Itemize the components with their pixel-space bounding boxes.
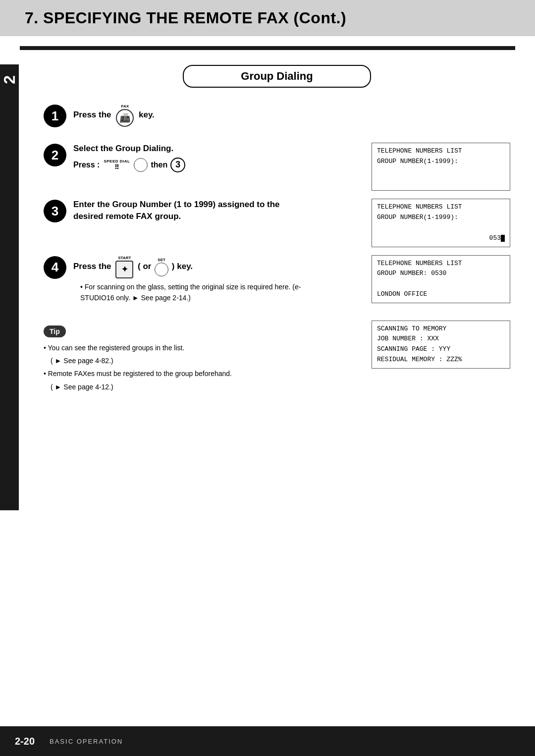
display-1-wrapper: TELEPHONE NUMBERS LIST GROUP NUMBER(1-19… (372, 143, 510, 191)
display-4-line-2: JOB NUMBER : XXX (377, 334, 505, 344)
step-2-text: Select the Group Dialing. Press : SPEED … (73, 143, 316, 172)
set-key-icon (155, 263, 168, 276)
display-2-line-1: TELEPHONE NUMBERS LIST (377, 202, 505, 213)
step-4-key: ) key. (172, 262, 193, 271)
step-3-content: 3 Enter the Group Number (1 to 1999) ass… (44, 199, 357, 225)
lcd-display-1: TELEPHONE NUMBERS LIST GROUP NUMBER(1-19… (372, 143, 510, 191)
step-4-row: 4 Press the START ✦ ( or SET (44, 255, 510, 309)
tip-badge: Tip (44, 325, 66, 337)
step-2-left: 2 Select the Group Dialing. Press : SPEE… (44, 143, 362, 177)
footer-page-number: 2-20 (10, 734, 40, 749)
step-2-press-row: Press : SPEED DIAL ⠿ then 3 (73, 158, 316, 172)
number-3-circle: 3 (170, 158, 185, 172)
display-4-line-1: SCANNING TO MEMORY (377, 324, 505, 334)
tip-left: Tip • You can see the registered groups … (44, 321, 362, 395)
divider-line (20, 46, 515, 50)
display-4-line-4: RESIDUAL MEMORY : ZZZ% (377, 355, 505, 365)
tip-ref-2: ( ► See page 4-12.) (51, 381, 357, 392)
step-4-number: 4 (44, 256, 66, 279)
step-3-row: 3 Enter the Group Number (1 to 1999) ass… (44, 199, 510, 247)
step-4-text: Press the START ✦ ( or SET ) key. (73, 255, 316, 304)
step-1-row: 1 Press the FAX 📠 key. (44, 104, 510, 135)
step-4-content: 4 Press the START ✦ ( or SET (44, 255, 357, 304)
step-4-press: Press the (73, 262, 113, 271)
display-1-line-4 (377, 177, 505, 188)
start-key-wrap: START ✦ (114, 255, 134, 278)
tip-ref-1: ( ► See page 4-82.) (51, 355, 357, 366)
step-2-main: Select the Group Dialing. (73, 143, 316, 155)
tip-box: Tip (44, 325, 357, 337)
group-dialing-box: Group Dialing (183, 65, 371, 88)
display-1-line-1: TELEPHONE NUMBERS LIST (377, 146, 505, 157)
display-2-line-2: GROUP NUMBER(1-1999): (377, 213, 505, 223)
step-3-text: Enter the Group Number (1 to 1999) assig… (73, 199, 316, 225)
fax-key-icon: 📠 (116, 109, 134, 127)
display-3-line-1: TELEPHONE NUMBERS LIST (377, 259, 505, 269)
lcd-display-2: TELEPHONE NUMBERS LIST GROUP NUMBER(1-19… (372, 199, 510, 247)
step-4-bullet: • For scanning on the glass, setting the… (80, 281, 316, 304)
step-2-row: 2 Select the Group Dialing. Press : SPEE… (44, 143, 510, 191)
press-label: Press : (73, 161, 100, 169)
step-2-content: 2 Select the Group Dialing. Press : SPEE… (44, 143, 357, 172)
display-3-wrapper: TELEPHONE NUMBERS LIST GROUP NUMBER: 053… (372, 255, 510, 303)
speed-dial-wrap: SPEED DIAL ⠿ (104, 159, 130, 171)
page-content: 7. SPECIFYING THE REMOTE FAX (Cont.) 2 G… (0, 0, 535, 726)
tip-content: • You can see the registered groups in t… (44, 342, 357, 393)
set-key-wrap: SET (155, 257, 168, 276)
display-3-line-3 (377, 279, 505, 289)
tip-bullet-2: • Remote FAXes must be registered to the… (44, 368, 357, 379)
footer-bar: 2-20 BASIC OPERATION (0, 726, 535, 756)
display-1-line-3 (377, 167, 505, 177)
chapter-number: 2 (0, 74, 19, 84)
step-4-main: Press the START ✦ ( or SET ) key. (73, 255, 316, 278)
small-circle-icon (134, 158, 148, 172)
display-2-line-3 (377, 223, 505, 233)
display-1-line-2: GROUP NUMBER(1-1999): (377, 157, 505, 167)
section-title: Group Dialing (241, 70, 313, 82)
step-2-number: 2 (44, 144, 66, 166)
fax-key-wrap: FAX 📠 (114, 104, 135, 127)
lcd-display-3: TELEPHONE NUMBERS LIST GROUP NUMBER: 053… (372, 255, 510, 303)
step-1-left: 1 Press the FAX 📠 key. (44, 104, 510, 135)
step-4-left: 4 Press the START ✦ ( or SET (44, 255, 362, 309)
step-1-text: Press the FAX 📠 key. (73, 104, 316, 130)
step-1-main: Press the FAX 📠 key. (73, 104, 316, 127)
main-content: Group Dialing 1 Press the FAX 📠 ke (19, 50, 535, 412)
display-3-line-2: GROUP NUMBER: 0530 (377, 269, 505, 279)
step-1-key: key. (139, 110, 155, 119)
display-2-wrapper: TELEPHONE NUMBERS LIST GROUP NUMBER(1-19… (372, 199, 510, 247)
section-heading-wrapper: Group Dialing (44, 60, 510, 97)
tip-bullet-1: • You can see the registered groups in t… (44, 342, 357, 353)
speed-dial-label: SPEED DIAL (104, 159, 130, 163)
start-key-icon: ✦ (115, 261, 133, 278)
step-3-main: Enter the Group Number (1 to 1999) assig… (73, 199, 316, 222)
page-title: 7. SPECIFYING THE REMOTE FAX (Cont.) (25, 9, 346, 27)
step-3-number: 3 (44, 200, 66, 222)
chapter-sidebar: 2 (0, 64, 19, 510)
step-4-or: ( or (138, 262, 154, 271)
step-1-number: 1 (44, 105, 66, 127)
lcd-display-4: SCANNING TO MEMORY JOB NUMBER : XXX SCAN… (372, 321, 510, 369)
footer-text: BASIC OPERATION (50, 738, 123, 745)
step-1-press: Press the (73, 110, 113, 119)
display-2-line-4: 053 (377, 233, 505, 244)
speed-dial-icon: ⠿ (114, 163, 119, 171)
step-3-left: 3 Enter the Group Number (1 to 1999) ass… (44, 199, 362, 230)
then-label: then (151, 161, 167, 169)
display-3-line-4: LONDON OFFICE (377, 289, 505, 300)
step-1-content: 1 Press the FAX 📠 key. (44, 104, 505, 130)
cursor (501, 235, 505, 242)
set-label: SET (158, 257, 165, 263)
start-label: START (118, 255, 131, 261)
fax-label: FAX (121, 104, 129, 109)
tip-display-row: Tip • You can see the registered groups … (44, 321, 510, 395)
display-4-line-3: SCANNING PAGE : YYY (377, 344, 505, 355)
display-4-wrapper: SCANNING TO MEMORY JOB NUMBER : XXX SCAN… (372, 321, 510, 369)
header-bar: 7. SPECIFYING THE REMOTE FAX (Cont.) (0, 0, 535, 36)
